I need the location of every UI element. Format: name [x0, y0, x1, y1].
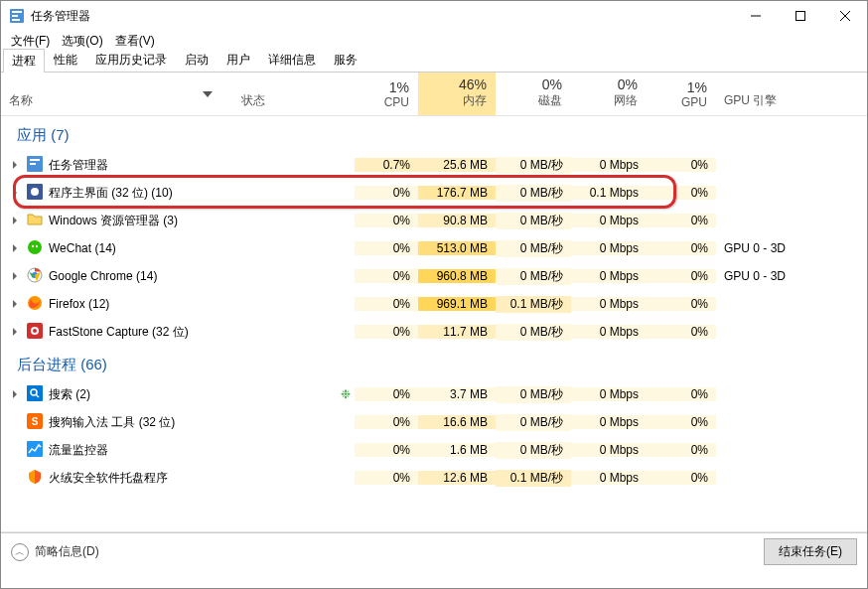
expander-icon[interactable]	[9, 298, 21, 310]
process-icon	[27, 212, 49, 230]
mem-cell: 12.6 MB	[418, 471, 496, 485]
group-header-bg: 后台进程 (66)	[1, 346, 867, 380]
svg-rect-27	[27, 441, 43, 457]
process-name: 程序主界面 (32 位) (10)	[49, 185, 173, 202]
col-cpu-label: CPU	[362, 95, 409, 109]
tab-services[interactable]: 服务	[325, 48, 366, 72]
process-icon	[27, 385, 49, 404]
net-cell: 0 Mbps	[571, 471, 647, 485]
net-cell: 0 Mbps	[571, 269, 647, 283]
table-row[interactable]: 程序主界面 (32 位) (10)0%176.7 MB0 MB/秒0.1 Mbp…	[1, 179, 867, 207]
gpu-cell: 0%	[647, 158, 716, 172]
svg-rect-9	[30, 159, 40, 161]
expander-icon[interactable]	[9, 187, 21, 199]
tab-processes[interactable]: 进程	[3, 49, 45, 73]
cpu-cell: 0.7%	[355, 158, 418, 172]
table-row[interactable]: 搜索 (2)❉0%3.7 MB0 MB/秒0 Mbps0%	[1, 380, 867, 408]
net-cell: 0 Mbps	[571, 241, 647, 255]
process-name: Google Chrome (14)	[49, 269, 157, 283]
process-icon: S	[27, 413, 49, 432]
scroll-left-icon[interactable]: ◀	[1, 532, 18, 533]
fewer-details-button[interactable]: ︿ 简略信息(D)	[11, 543, 99, 561]
svg-rect-1	[12, 11, 22, 13]
disk-cell: 0 MB/秒	[496, 386, 571, 403]
expander-icon[interactable]	[9, 242, 21, 254]
table-row[interactable]: 任务管理器0.7%25.6 MB0 MB/秒0 Mbps0%	[1, 151, 867, 179]
col-gpueng-label: GPU 引擎	[724, 92, 826, 109]
col-disk-label: 磁盘	[504, 92, 562, 109]
cpu-cell: 0%	[355, 325, 418, 339]
table-row[interactable]: Windows 资源管理器 (3)0%90.8 MB0 MB/秒0 Mbps0%	[1, 207, 867, 234]
col-header-gpueng[interactable]: GPU 引擎	[716, 73, 835, 115]
tab-users[interactable]: 用户	[217, 48, 259, 72]
col-header-name[interactable]: 名称	[1, 73, 233, 115]
disk-cell: 0 MB/秒	[496, 268, 571, 285]
col-header-status[interactable]: 状态	[233, 73, 355, 115]
expander-icon[interactable]	[9, 472, 21, 484]
fewer-details-label: 简略信息(D)	[35, 543, 99, 560]
tab-apphistory[interactable]: 应用历史记录	[86, 48, 176, 72]
expander-icon[interactable]	[9, 159, 21, 171]
close-button[interactable]	[822, 1, 867, 31]
expander-icon[interactable]	[9, 215, 21, 226]
mem-cell: 513.0 MB	[418, 241, 496, 255]
col-cpu-pct: 1%	[362, 79, 409, 95]
process-name: 流量监控器	[49, 442, 108, 459]
col-header-cpu[interactable]: 1%CPU	[355, 73, 418, 115]
expander-icon[interactable]	[9, 388, 21, 400]
cpu-cell: 0%	[355, 241, 418, 255]
gpu-cell: 0%	[647, 186, 716, 200]
process-icon	[27, 184, 49, 203]
process-icon	[27, 295, 49, 314]
end-task-button[interactable]: 结束任务(E)	[764, 538, 857, 565]
mem-cell: 969.1 MB	[418, 297, 496, 311]
table-row[interactable]: 火绒安全软件托盘程序0%12.6 MB0.1 MB/秒0 Mbps0%	[1, 464, 867, 492]
net-cell: 0.1 Mbps	[571, 186, 647, 200]
svg-rect-10	[30, 163, 36, 165]
mem-cell: 16.6 MB	[418, 415, 496, 429]
process-name: Firefox (12)	[49, 297, 109, 311]
col-gpu-label: GPU	[654, 95, 707, 109]
tab-performance[interactable]: 性能	[45, 48, 86, 72]
col-disk-pct: 0%	[504, 76, 562, 92]
net-cell: 0 Mbps	[571, 387, 647, 401]
footer: ︿ 简略信息(D) 结束任务(E)	[1, 532, 867, 570]
table-row[interactable]: Google Chrome (14)0%960.8 MB0 MB/秒0 Mbps…	[1, 262, 867, 290]
table-row[interactable]: S搜狗输入法 工具 (32 位)0%16.6 MB0 MB/秒0 Mbps0%	[1, 408, 867, 436]
net-cell: 0 Mbps	[571, 297, 647, 311]
col-header-gpu[interactable]: 1%GPU	[647, 73, 716, 115]
col-mem-label: 内存	[426, 92, 487, 109]
gpu-cell: 0%	[647, 443, 716, 457]
maximize-button[interactable]	[778, 1, 822, 31]
expander-icon[interactable]	[9, 270, 21, 282]
tab-details[interactable]: 详细信息	[259, 48, 325, 72]
table-body[interactable]: 应用 (7)任务管理器0.7%25.6 MB0 MB/秒0 Mbps0%程序主界…	[1, 116, 867, 531]
mem-cell: 176.7 MB	[418, 186, 496, 200]
expander-icon[interactable]	[9, 416, 21, 428]
process-name: 火绒安全软件托盘程序	[49, 470, 168, 487]
tab-startup[interactable]: 启动	[176, 48, 217, 72]
col-header-mem[interactable]: 46%内存	[418, 73, 496, 115]
expander-icon[interactable]	[9, 326, 21, 338]
minimize-button[interactable]	[733, 1, 778, 31]
disk-cell: 0 MB/秒	[496, 324, 571, 341]
expander-icon[interactable]	[9, 444, 21, 456]
horizontal-scrollbar[interactable]: ◀ ▶	[1, 531, 867, 532]
table-row[interactable]: 流量监控器0%1.6 MB0 MB/秒0 Mbps0%	[1, 436, 867, 464]
process-icon	[27, 469, 49, 488]
process-name: Windows 资源管理器 (3)	[49, 213, 178, 229]
gpu-cell: 0%	[647, 269, 716, 283]
table-row[interactable]: Firefox (12)0%969.1 MB0.1 MB/秒0 Mbps0%	[1, 290, 867, 318]
svg-text:S: S	[32, 416, 39, 427]
col-header-net[interactable]: 0%网络	[571, 73, 647, 115]
disk-cell: 0.1 MB/秒	[496, 470, 571, 487]
scroll-thumb[interactable]	[18, 532, 517, 533]
col-gpu-pct: 1%	[654, 79, 707, 95]
table-row[interactable]: WeChat (14)0%513.0 MB0 MB/秒0 Mbps0%GPU 0…	[1, 234, 867, 262]
col-mem-pct: 46%	[426, 76, 487, 92]
col-net-label: 网络	[579, 92, 638, 109]
scroll-right-icon[interactable]: ▶	[850, 532, 867, 533]
table-row[interactable]: FastStone Capture (32 位)0%11.7 MB0 MB/秒0…	[1, 318, 867, 346]
mem-cell: 3.7 MB	[418, 387, 496, 401]
col-header-disk[interactable]: 0%磁盘	[496, 73, 571, 115]
